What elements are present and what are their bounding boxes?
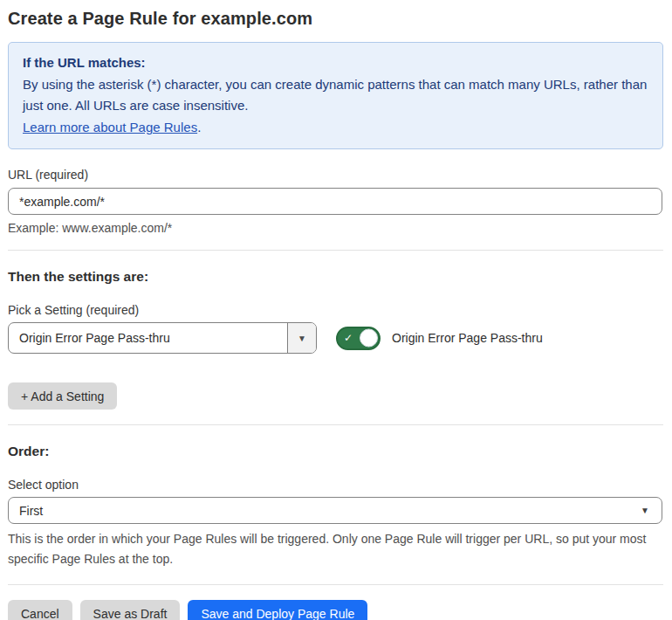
- link-period: .: [197, 120, 201, 134]
- order-select-label: Select option: [8, 478, 663, 492]
- chevron-down-icon: ▼: [641, 506, 649, 515]
- toggle-knob: [360, 329, 378, 348]
- setting-row: Origin Error Page Pass-thru ▼ ✓ Origin E…: [8, 322, 663, 354]
- order-select[interactable]: First ▼: [8, 497, 662, 524]
- create-page-rule-form: Create a Page Rule for example.com If th…: [0, 0, 672, 620]
- divider: [8, 250, 663, 251]
- chevron-down-icon: ▼: [287, 323, 316, 353]
- info-box-heading: If the URL matches:: [23, 52, 648, 73]
- order-select-value: First: [19, 504, 641, 518]
- divider: [8, 584, 663, 585]
- info-box-body: By using the asterisk (*) character, you…: [23, 74, 648, 116]
- setting-picker-value: Origin Error Page Pass-thru: [9, 323, 287, 353]
- order-help-text: This is the order in which your Page Rul…: [8, 529, 662, 569]
- save-and-deploy-button[interactable]: Save and Deploy Page Rule: [188, 600, 367, 620]
- order-section-heading: Order:: [8, 444, 663, 459]
- divider: [8, 424, 663, 425]
- info-box-link-line: Learn more about Page Rules.: [23, 117, 648, 138]
- check-icon: ✓: [344, 332, 353, 344]
- setting-picker-label: Pick a Setting (required): [8, 303, 663, 317]
- url-match-info-box: If the URL matches: By using the asteris…: [8, 42, 663, 149]
- url-input[interactable]: [8, 188, 662, 215]
- url-field-label: URL (required): [8, 168, 663, 182]
- footer-actions: Cancel Save as Draft Save and Deploy Pag…: [8, 600, 663, 620]
- save-as-draft-button[interactable]: Save as Draft: [80, 600, 181, 620]
- page-title: Create a Page Rule for example.com: [8, 9, 663, 29]
- settings-section-heading: Then the settings are:: [8, 269, 663, 285]
- toggle-label: Origin Error Page Pass-thru: [392, 331, 543, 345]
- add-setting-button[interactable]: + Add a Setting: [8, 382, 117, 410]
- setting-picker-dropdown[interactable]: Origin Error Page Pass-thru ▼: [8, 322, 317, 354]
- url-example-text: Example: www.example.com/*: [8, 221, 663, 235]
- cancel-button[interactable]: Cancel: [8, 600, 72, 620]
- learn-more-link[interactable]: Learn more about Page Rules: [23, 120, 197, 134]
- origin-error-pass-thru-toggle[interactable]: ✓: [336, 327, 381, 350]
